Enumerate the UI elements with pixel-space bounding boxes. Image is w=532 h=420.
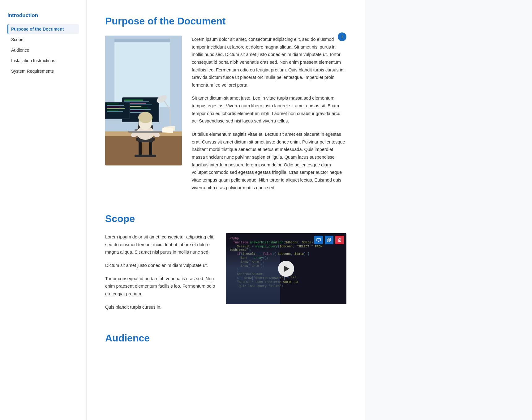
scope-layout: Lorem ipsum dolor sit amet, consectetur … [105,233,346,316]
svg-rect-39 [128,131,162,133]
svg-rect-21 [107,105,124,106]
sidebar-title: Introduction [7,12,79,19]
svg-rect-32 [135,155,156,157]
video-toolbar [314,236,344,244]
scope-paragraph-1: Lorem ipsum dolor sit amet, consectetur … [105,233,216,256]
video-delete-button[interactable] [335,236,344,244]
audience-section-title: Audience [105,332,346,344]
purpose-layout: i Lorem ipsum dolor sit amet, consectetu… [105,36,346,197]
purpose-paragraph-2: Sit amet dictum sit amet justo. Leo in v… [192,94,346,125]
svg-rect-22 [107,107,121,107]
purpose-image-placeholder [105,36,182,165]
purpose-text: i Lorem ipsum dolor sit amet, consectetu… [192,36,346,197]
section-purpose: Purpose of the Document [105,15,346,197]
copy-icon [327,238,331,242]
sidebar-item-purpose[interactable]: Purpose of the Document [7,24,79,34]
svg-rect-45 [328,238,331,241]
svg-rect-42 [317,238,320,241]
section-audience: Audience [105,332,346,344]
svg-rect-30 [139,141,142,156]
svg-rect-8 [124,101,149,102]
purpose-illustration [105,36,182,165]
svg-rect-47 [338,239,341,242]
svg-rect-41 [162,128,173,133]
sidebar-item-audience[interactable]: Audience [7,45,79,55]
video-play-button[interactable] [278,261,294,277]
purpose-paragraph-3: Ut tellus elementum sagittis vitae et. L… [192,131,346,191]
svg-rect-20 [107,104,119,104]
sidebar-item-scope[interactable]: Scope [7,35,79,45]
section-scope: Scope Lorem ipsum dolor sit amet, consec… [105,213,346,316]
video-monitor-button[interactable] [314,236,323,244]
delete-icon [337,238,342,242]
purpose-paragraph-1: Lorem ipsum dolor sit amet, consectetur … [192,36,346,89]
svg-rect-2 [114,39,170,42]
svg-point-36 [138,112,152,123]
scope-paragraph-4: Quis blandit turpis cursus in. [105,303,216,311]
svg-rect-23 [107,108,125,109]
sidebar-item-requirements[interactable]: System Requirements [7,66,79,76]
svg-rect-24 [107,110,118,110]
info-badge[interactable]: i [338,32,346,41]
video-person-silhouette [226,244,280,305]
main-content: Purpose of the Document [87,0,365,420]
scope-text: Lorem ipsum dolor sit amet, consectetur … [105,233,216,316]
monitor-icon [316,238,321,242]
svg-rect-7 [124,100,143,101]
sidebar-item-installation[interactable]: Installation Instructions [7,56,79,66]
scope-video[interactable]: <?php function answerDistribution($dbcon… [226,233,346,304]
svg-rect-25 [107,111,123,112]
svg-rect-31 [149,141,152,156]
svg-rect-46 [327,239,330,242]
purpose-image [105,36,182,165]
scope-paragraph-2: Dictum sit amet justo donec enim diam vu… [105,262,216,269]
scope-section-title: Scope [105,213,346,225]
purpose-section-title: Purpose of the Document [105,15,346,27]
sidebar: Introduction Purpose of the Document Sco… [0,0,87,420]
video-copy-button[interactable] [325,236,333,244]
play-triangle-icon [284,266,290,272]
scope-paragraph-3: Tortor consequat id porta nibh venenatis… [105,275,216,298]
